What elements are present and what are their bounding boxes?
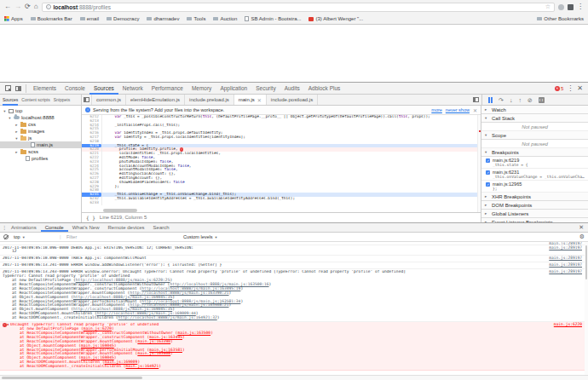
bookmark-item[interactable]: Tools xyxy=(187,16,205,21)
step-out-icon[interactable]: ↑ xyxy=(518,97,522,103)
tree-item[interactable]: ▾top xyxy=(0,107,81,114)
breakpoint-entry[interactable]: ✓main.js:6219 _this.state = { xyxy=(481,157,588,169)
console-filter-input[interactable]: Filter xyxy=(66,233,77,242)
navigator-tab[interactable]: Snippets xyxy=(54,95,70,106)
file-tab[interactable]: main.js✕ xyxy=(234,95,267,105)
expand-triangle-icon[interactable]: ▶ xyxy=(8,323,9,327)
bookmark-item[interactable]: dharmadev xyxy=(147,16,179,21)
devtools-tab[interactable]: Network xyxy=(118,83,147,95)
console-settings-icon[interactable]: ⚙ xyxy=(579,233,585,242)
device-toolbar-icon[interactable] xyxy=(14,84,22,93)
tree-arrow-icon[interactable]: ▸ xyxy=(14,123,19,127)
tree-item[interactable]: ▾localhost:8888 xyxy=(0,114,81,121)
editor-vscrollbar[interactable] xyxy=(477,115,481,212)
breakpoint-checkbox[interactable]: ✓ xyxy=(486,182,490,187)
console-message[interactable]: ✕▶ 2017-11-04T09:05:10.096-0000 DEBUG Ap… xyxy=(0,245,588,256)
devtools-tab[interactable]: Console xyxy=(61,83,89,95)
bookmark-star-icon[interactable]: ☆ xyxy=(545,3,551,10)
tree-item[interactable]: ▾js xyxy=(0,135,81,141)
console-message[interactable]: ✕▶ 2017-11-04T09:06:13.243-0000 ERROR wi… xyxy=(0,269,588,322)
devtools-tab[interactable]: Audits xyxy=(280,83,304,95)
tree-arrow-icon[interactable]: ▸ xyxy=(14,130,19,134)
clear-console-icon[interactable] xyxy=(3,233,9,242)
devtools-close-icon[interactable]: ✕ xyxy=(577,84,583,92)
dom-breakpoints-section[interactable]: ▸DOM Breakpoints xyxy=(481,201,588,210)
breakpoint-checkbox[interactable]: ✓ xyxy=(486,170,490,175)
tree-arrow-icon[interactable]: ▸ xyxy=(14,150,19,154)
editor-options-icon[interactable] xyxy=(470,95,481,105)
navigator-tab[interactable]: Sources xyxy=(3,95,18,106)
file-tab[interactable]: include.postload.js✕ xyxy=(267,95,318,105)
browser-menu-icon[interactable]: ⋮ xyxy=(577,3,584,11)
inspect-element-icon[interactable] xyxy=(3,84,12,93)
hide-navigator-icon[interactable] xyxy=(82,95,92,105)
address-bar[interactable]: i localhost:8888/profiles ☆ xyxy=(42,3,555,12)
bookmark-item[interactable]: Auction xyxy=(213,16,237,21)
breakpoint-entry[interactable]: ✓main.js:6231 _this.onValueChange = _thi… xyxy=(481,169,588,181)
drawer-close-icon[interactable]: ✕ xyxy=(579,224,586,231)
drawer-tab[interactable]: Animations xyxy=(7,222,41,232)
source-link[interactable]: main.js:289197 xyxy=(549,256,585,261)
scope-section[interactable]: ▾Scope xyxy=(481,131,588,140)
pause-script-icon[interactable] xyxy=(488,97,493,103)
forward-icon[interactable]: → xyxy=(14,3,21,11)
navigator-tab[interactable]: Content scripts xyxy=(21,95,49,106)
bookmark-item[interactable]: SB Admin - Bootstra... xyxy=(245,16,301,21)
source-link[interactable]: main.js:289197 xyxy=(549,263,585,268)
devtools-menu-icon[interactable]: ⋮ xyxy=(567,84,574,92)
console-message[interactable]: ✕▶ 2017-11-04T09:05:10.098-0000 TRACE Ap… xyxy=(0,256,588,262)
deactivate-breakpoints-icon[interactable]: ⊘ xyxy=(527,97,533,103)
console-messages[interactable]: ✕▶ 2017-11-04T09:05:10.093-0000 DEBUG Ap… xyxy=(0,242,588,375)
devtools-tab[interactable]: Security xyxy=(251,83,280,95)
bookmark-item[interactable]: email xyxy=(80,16,99,21)
extension-icon[interactable] xyxy=(558,4,564,10)
infobar-close-icon[interactable]: ✕ xyxy=(473,107,477,113)
breakpoints-section[interactable]: ▾Breakpoints xyxy=(481,148,588,157)
file-tab[interactable]: include.preload.js✕ xyxy=(185,95,234,105)
log-levels-selector[interactable]: Custom levels▼ xyxy=(183,233,218,242)
file-tab[interactable]: elemHideEmulation.js✕ xyxy=(126,95,185,105)
tree-item[interactable]: main.js xyxy=(0,141,81,148)
bookmark-item[interactable]: Democracy xyxy=(107,16,139,21)
tree-item[interactable]: ▸css xyxy=(0,121,81,128)
scrollbar-thumb[interactable] xyxy=(2,377,142,379)
home-icon[interactable]: ⌂ xyxy=(34,3,38,11)
tree-arrow-icon[interactable]: ▾ xyxy=(3,109,7,113)
drawer-tab[interactable]: Search xyxy=(149,222,174,232)
drawer-tab[interactable]: Console xyxy=(41,222,68,232)
global-listeners-section[interactable]: ▸Global Listeners xyxy=(481,210,588,218)
error-count-badge[interactable]: ✕5 xyxy=(555,86,563,91)
xhr-breakpoints-section[interactable]: ▸XHR Breakpoints xyxy=(481,193,588,201)
devtools-tab[interactable]: Elements xyxy=(29,83,61,95)
devtools-tab[interactable]: Performance xyxy=(147,83,187,95)
console-hscrollbar[interactable] xyxy=(0,375,588,380)
devtools-tab[interactable]: Application xyxy=(216,83,251,95)
code-editor[interactable]: 6212 var _this = _possibleConstructorRet… xyxy=(82,115,481,212)
back-icon[interactable]: ← xyxy=(4,3,11,11)
breakpoint-entry[interactable]: ✓main.js:12965 }; xyxy=(481,181,588,193)
tree-arrow-icon[interactable]: ▾ xyxy=(8,116,12,120)
drawer-tab[interactable]: Remote devices xyxy=(104,222,149,232)
tree-item[interactable]: ▸images xyxy=(0,128,81,135)
bookmark-item[interactable]: Bookmarks Bar xyxy=(31,16,72,21)
source-link[interactable]: main.js:6220 xyxy=(554,323,585,327)
breakpoint-checkbox[interactable]: ✓ xyxy=(486,158,490,163)
call-stack-section[interactable]: ▾Call Stack xyxy=(481,114,588,123)
bookmark-item[interactable]: (3) Albert Wenger "... xyxy=(308,16,363,21)
console-message[interactable]: ✕▶ Uncaught TypeError: Cannot read prope… xyxy=(0,322,588,371)
adblock-extension-icon[interactable] xyxy=(568,4,574,10)
infobar-never-link[interactable]: never show xyxy=(446,107,470,112)
tree-item[interactable]: ▸scss xyxy=(0,148,81,155)
source-link[interactable]: main.js:289197 xyxy=(549,246,585,250)
site-info-icon[interactable]: i xyxy=(46,4,51,9)
pause-on-exceptions-icon[interactable]: ❙❙ xyxy=(539,97,545,103)
editor-hscrollbar[interactable] xyxy=(103,209,137,212)
watch-section[interactable]: ▸Watch xyxy=(481,106,588,114)
line-number[interactable]: 6233 xyxy=(82,201,102,205)
file-tab[interactable]: common.js✕ xyxy=(92,95,126,105)
step-over-icon[interactable]: ↷ xyxy=(499,97,504,103)
pretty-print-icon[interactable]: { } xyxy=(86,215,95,221)
devtools-tab[interactable]: Adblock Plus xyxy=(304,83,345,95)
close-tab-icon[interactable]: ✕ xyxy=(257,97,262,103)
console-vscrollbar[interactable] xyxy=(585,242,588,375)
